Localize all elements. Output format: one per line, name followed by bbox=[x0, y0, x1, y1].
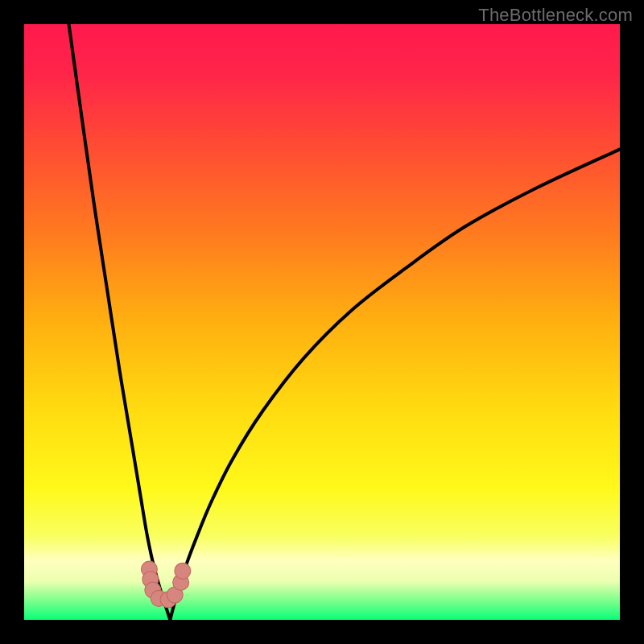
curve-right-branch bbox=[170, 149, 620, 620]
watermark-text: TheBottleneck.com bbox=[478, 5, 633, 26]
plot-area bbox=[24, 24, 620, 620]
chart-svg bbox=[24, 24, 620, 620]
data-marker bbox=[175, 563, 191, 579]
outer-frame: TheBottleneck.com bbox=[0, 0, 644, 644]
curve-left-branch bbox=[69, 24, 171, 620]
marker-group bbox=[141, 561, 190, 608]
